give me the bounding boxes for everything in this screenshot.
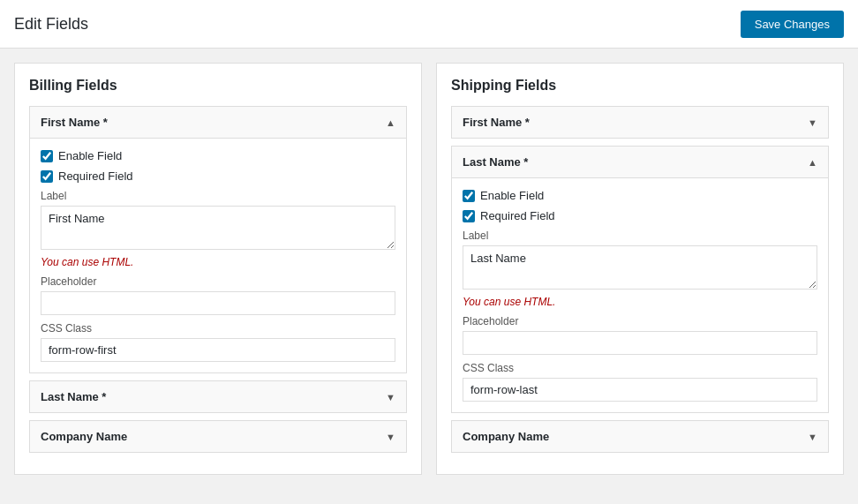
shipping-company-header[interactable]: Company Name ▼ [452,421,828,452]
shipping-last-name-css-input[interactable] [463,378,817,402]
billing-first-name-chevron-up-icon: ▲ [386,117,395,128]
billing-first-name-placeholder-heading: Placeholder [41,275,395,288]
billing-first-name-enable-checkbox[interactable] [41,150,53,162]
shipping-last-name-required-checkbox[interactable] [463,210,475,222]
shipping-last-name-placeholder-heading: Placeholder [463,315,817,327]
shipping-column-title: Shipping Fields [451,78,829,94]
billing-company-chevron-down-icon: ▼ [386,432,395,442]
billing-first-name-required-label: Required Field [58,169,133,183]
billing-first-name-body: Enable Field Required Field Label First … [30,138,406,372]
shipping-last-name-header[interactable]: Last Name * ▲ [452,147,828,177]
billing-company-label: Company Name [41,430,127,443]
main-content: Billing Fields First Name * ▲ Enable Fie… [0,49,858,489]
billing-first-name-label: First Name * [41,116,108,129]
shipping-last-name-html-hint: You can use HTML. [463,296,817,308]
billing-last-name-label: Last Name * [41,390,106,403]
billing-column-title: Billing Fields [29,78,407,94]
billing-first-name-placeholder-input[interactable] [41,291,395,315]
header-bar: Edit Fields Save Changes [0,0,858,49]
shipping-last-name-required-row: Required Field [463,209,817,222]
billing-first-name-field: First Name * ▲ Enable Field Required Fie… [29,106,407,373]
billing-first-name-required-row: Required Field [41,169,395,183]
shipping-last-name-label: Last Name * [463,155,528,169]
page-title: Edit Fields [14,15,88,34]
billing-first-name-css-heading: CSS Class [41,322,395,335]
shipping-first-name-field: First Name * ▼ [451,106,829,139]
shipping-last-name-placeholder-input[interactable] [463,331,817,355]
shipping-first-name-chevron-down-icon: ▼ [808,117,817,128]
shipping-first-name-header[interactable]: First Name * ▼ [452,107,828,138]
shipping-first-name-label: First Name * [463,116,530,129]
shipping-last-name-css-heading: CSS Class [463,362,817,374]
billing-last-name-field: Last Name * ▼ [29,380,407,413]
page-wrapper: Edit Fields Save Changes Billing Fields … [0,0,858,504]
billing-company-field: Company Name ▼ [29,420,407,453]
shipping-last-name-chevron-up-icon: ▲ [808,157,817,168]
shipping-company-label: Company Name [463,430,549,443]
shipping-company-chevron-down-icon: ▼ [808,432,817,442]
shipping-last-name-body: Enable Field Required Field Label Last N… [452,177,828,412]
billing-last-name-header[interactable]: Last Name * ▼ [30,381,406,412]
billing-column: Billing Fields First Name * ▲ Enable Fie… [14,63,422,475]
shipping-last-name-enable-label: Enable Field [480,189,544,202]
billing-first-name-enable-row: Enable Field [41,149,395,162]
billing-first-name-html-hint: You can use HTML. [41,256,395,268]
save-button[interactable]: Save Changes [741,11,844,38]
billing-first-name-label-heading: Label [41,190,395,202]
shipping-last-name-label-textarea[interactable]: Last Name [463,245,817,290]
billing-first-name-enable-label: Enable Field [58,149,122,162]
shipping-column: Shipping Fields First Name * ▼ Last Name… [436,63,844,475]
shipping-company-field: Company Name ▼ [451,420,829,453]
shipping-last-name-field: Last Name * ▲ Enable Field Required Fiel… [451,146,829,413]
shipping-last-name-enable-row: Enable Field [463,189,817,202]
billing-company-header[interactable]: Company Name ▼ [30,421,406,452]
shipping-last-name-enable-checkbox[interactable] [463,190,475,202]
billing-first-name-header[interactable]: First Name * ▲ [30,107,406,138]
billing-first-name-required-checkbox[interactable] [41,170,53,183]
billing-first-name-label-textarea[interactable]: First Name [41,206,395,250]
shipping-last-name-label-heading: Label [463,229,817,242]
shipping-last-name-required-label: Required Field [480,209,555,222]
billing-first-name-css-input[interactable] [41,338,395,362]
billing-last-name-chevron-down-icon: ▼ [386,392,395,402]
